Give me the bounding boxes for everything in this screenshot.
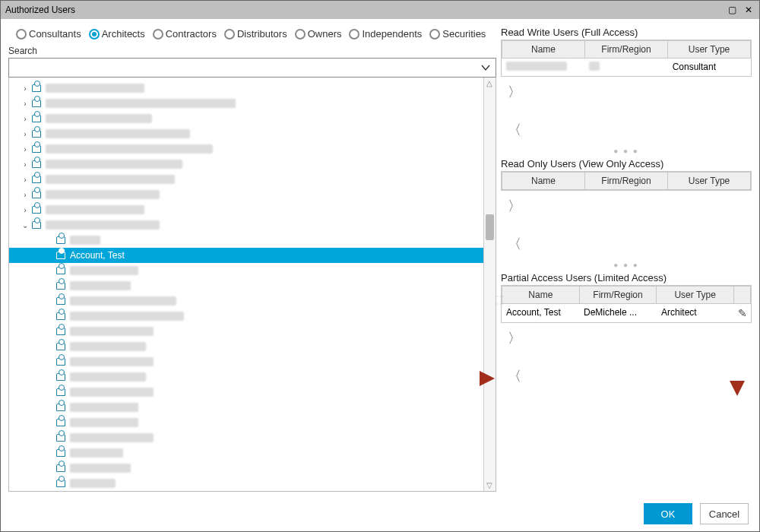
user-icon xyxy=(56,404,65,411)
remove-partial-button[interactable]: 〈 xyxy=(505,367,524,385)
tree-user-item[interactable] xyxy=(9,339,483,354)
expander-icon[interactable]: › xyxy=(21,160,29,169)
redacted-text xyxy=(46,160,182,169)
redacted-text xyxy=(70,372,146,382)
expander-icon[interactable]: › xyxy=(21,206,29,214)
add-readonly-button[interactable]: 〉 xyxy=(505,197,524,215)
table-row[interactable]: Consultant xyxy=(502,59,751,76)
column-header[interactable]: User Type xyxy=(668,172,751,190)
tree-firm-item[interactable]: › xyxy=(9,157,483,172)
redacted-text xyxy=(589,62,600,71)
tree-user-item[interactable] xyxy=(9,385,483,400)
tree-firm-item[interactable]: › xyxy=(9,81,483,96)
tree-firm-item[interactable]: › xyxy=(9,111,483,126)
tree-user-item[interactable] xyxy=(9,415,483,430)
redacted-text xyxy=(70,236,100,245)
user-icon xyxy=(32,145,41,153)
tree-user-item[interactable] xyxy=(9,309,483,324)
expander-icon[interactable]: ⌄ xyxy=(21,221,29,230)
redacted-text xyxy=(70,312,184,321)
tree-firm-item[interactable]: › xyxy=(9,202,483,217)
expander-icon[interactable]: › xyxy=(21,176,29,184)
window-title: Authorized Users xyxy=(5,5,75,15)
redacted-text xyxy=(70,479,116,488)
tree-firm-item[interactable]: › xyxy=(9,126,483,141)
tree-firm-item[interactable]: › xyxy=(9,96,483,111)
filter-radio-contractors[interactable]: Contractors xyxy=(153,28,217,40)
tree-user-item[interactable] xyxy=(9,293,483,309)
add-partial-button[interactable]: 〉 xyxy=(505,329,524,347)
filter-radio-architects[interactable]: Architects xyxy=(89,28,145,40)
redacted-text xyxy=(70,327,154,336)
close-icon[interactable]: ✕ xyxy=(743,5,755,15)
redacted-text xyxy=(70,296,176,306)
user-icon xyxy=(56,419,65,426)
filter-radio-consultants[interactable]: Consultants xyxy=(16,28,81,40)
titlebar: Authorized Users ▢ ✕ xyxy=(1,1,759,19)
column-header[interactable]: Name xyxy=(502,40,585,59)
scroll-thumb[interactable] xyxy=(486,214,494,240)
tree-user-item[interactable] xyxy=(9,430,483,445)
cell-usertype: Consultant xyxy=(668,59,751,76)
redacted-text xyxy=(70,357,154,366)
tree-user-item[interactable] xyxy=(9,233,483,248)
tree-user-item[interactable] xyxy=(9,324,483,339)
tree-user-item[interactable] xyxy=(9,461,483,476)
user-icon xyxy=(56,449,65,457)
search-input[interactable] xyxy=(8,58,496,78)
edit-icon[interactable]: ✎ xyxy=(738,307,747,319)
column-header[interactable]: Name xyxy=(502,172,585,190)
expander-icon[interactable]: › xyxy=(21,145,29,154)
remove-readonly-button[interactable]: 〈 xyxy=(505,235,524,253)
readonly-title: Read Only Users (View Only Access) xyxy=(501,158,752,169)
remove-readwrite-button[interactable]: 〈 xyxy=(505,121,524,139)
expander-icon[interactable]: › xyxy=(21,84,29,93)
redacted-text xyxy=(70,403,138,412)
authorized-users-dialog: Authorized Users ▢ ✕ ConsultantsArchitec… xyxy=(0,0,760,532)
tree-user-item[interactable] xyxy=(9,278,483,293)
scrollbar[interactable] xyxy=(483,78,496,491)
tree-firm-item[interactable]: › xyxy=(9,141,483,157)
add-readwrite-button[interactable]: 〉 xyxy=(505,83,524,101)
tree-firm-item[interactable]: › xyxy=(9,172,483,187)
tree-user-item[interactable] xyxy=(9,400,483,415)
column-header[interactable]: Firm/Region xyxy=(585,40,668,59)
chevron-down-icon[interactable] xyxy=(480,62,491,73)
filter-radio-owners[interactable]: Owners xyxy=(295,28,342,40)
tree-user-item[interactable] xyxy=(9,354,483,369)
splitter-grip[interactable]: ⋮⋮ xyxy=(496,293,505,308)
redacted-text xyxy=(70,266,138,275)
column-header[interactable]: User Type xyxy=(657,286,734,304)
column-header[interactable]: User Type xyxy=(668,40,751,59)
expander-icon[interactable]: › xyxy=(21,130,29,138)
maximize-icon[interactable]: ▢ xyxy=(726,5,738,15)
search-field[interactable] xyxy=(14,62,480,74)
tree-firm-item[interactable]: ⌄ xyxy=(9,217,483,233)
column-header[interactable] xyxy=(734,286,751,304)
table-row[interactable]: Account, TestDeMichele ...Architect✎ xyxy=(502,304,751,322)
readwrite-title: Read Write Users (Full Access) xyxy=(501,27,752,38)
tree-user-item[interactable] xyxy=(9,263,483,278)
expander-icon[interactable]: › xyxy=(21,115,29,123)
ok-button[interactable]: OK xyxy=(644,503,692,524)
column-header[interactable]: Firm/Region xyxy=(580,286,657,304)
filter-radio-distributors[interactable]: Distributors xyxy=(224,28,287,40)
column-header[interactable]: Name xyxy=(502,286,580,304)
filter-radio-securities[interactable]: Securities xyxy=(429,28,486,40)
filter-radio-independents[interactable]: Independents xyxy=(349,28,422,40)
tree-firm-item[interactable]: › xyxy=(9,187,483,202)
tree-user-item[interactable] xyxy=(9,476,483,491)
redacted-text xyxy=(46,220,160,230)
redacted-text xyxy=(70,464,131,473)
user-icon xyxy=(56,464,65,472)
tree-user-item[interactable] xyxy=(9,445,483,461)
cancel-button[interactable]: Cancel xyxy=(700,503,749,524)
tree-user-item[interactable] xyxy=(9,369,483,385)
expander-icon[interactable]: › xyxy=(21,191,29,199)
column-header[interactable]: Firm/Region xyxy=(585,172,668,190)
user-icon xyxy=(56,388,65,396)
tree-user-item[interactable]: Account, Test xyxy=(9,248,483,263)
expander-icon[interactable]: › xyxy=(21,100,29,108)
user-type-filter: ConsultantsArchitectsContractorsDistribu… xyxy=(16,28,496,40)
user-icon xyxy=(56,297,65,305)
